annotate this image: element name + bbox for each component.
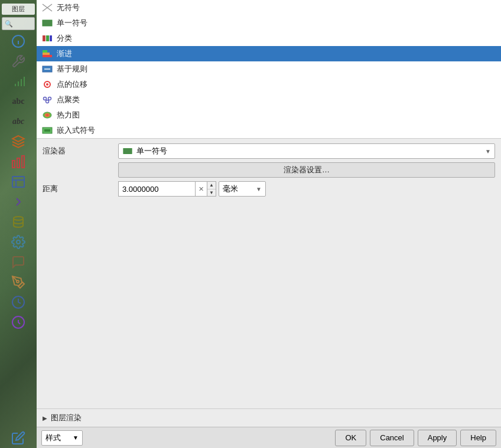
renderer-displacement[interactable]: 点的位移 xyxy=(37,77,501,92)
3d-icon[interactable] xyxy=(9,132,28,151)
renderer-control-group: 单一符号 ▼ xyxy=(118,143,495,159)
svg-rect-16 xyxy=(43,20,52,26)
distance-clear-button[interactable]: ✕ xyxy=(195,181,207,197)
distance-input[interactable] xyxy=(118,181,195,197)
renderer-single-symbol[interactable]: 单一符号 xyxy=(37,15,501,31)
variables-icon[interactable] xyxy=(9,233,28,251)
svg-rect-4 xyxy=(17,158,19,168)
renderer-graduated[interactable]: 渐进 xyxy=(37,46,501,61)
svg-rect-17 xyxy=(43,35,45,41)
svg-rect-33 xyxy=(123,149,132,154)
style-dropdown-arrow: ▼ xyxy=(73,434,79,441)
distance-spinner-down[interactable]: ▼ xyxy=(207,189,216,197)
cancel-button[interactable]: Cancel xyxy=(370,430,414,446)
main-content-area xyxy=(43,200,495,404)
distance-input-group: ✕ ▲ ▼ 毫米 ▼ xyxy=(118,181,495,197)
cluster-icon xyxy=(41,94,53,106)
layer-rendering-expand-arrow[interactable]: ▶ xyxy=(43,415,47,421)
svg-rect-6 xyxy=(12,176,24,187)
renderer-type-list: 无符号 单一符号 分类 xyxy=(37,0,501,139)
label-icon-2[interactable]: abc xyxy=(9,112,28,131)
distance-form-row: 距离 ✕ ▲ ▼ xyxy=(43,181,495,197)
svg-rect-19 xyxy=(50,35,52,41)
distance-spinner: ▲ ▼ xyxy=(207,181,216,197)
legend-icon[interactable] xyxy=(9,273,28,292)
help-button[interactable]: Help xyxy=(460,430,496,446)
renderer-heatmap[interactable]: 热力图 xyxy=(37,107,501,123)
actions-icon[interactable] xyxy=(9,192,28,211)
distance-spinner-up[interactable]: ▲ xyxy=(207,182,216,189)
renderer-cluster-label: 点聚类 xyxy=(57,94,80,105)
svg-point-29 xyxy=(46,100,49,103)
layer-rendering-section: ▶ 图层渲染 xyxy=(37,408,501,427)
renderer-no-symbol[interactable]: 无符号 xyxy=(37,0,501,15)
sidebar-section-label: 图层 xyxy=(2,4,35,15)
qgis-icon[interactable] xyxy=(9,313,28,332)
history-icon[interactable] xyxy=(9,293,28,312)
displacement-icon xyxy=(41,79,53,90)
distance-label: 距离 xyxy=(43,184,113,194)
svg-rect-32 xyxy=(44,129,50,132)
graduated-icon xyxy=(41,48,53,60)
categorized-icon xyxy=(41,32,53,44)
svg-rect-21 xyxy=(43,53,50,55)
distance-control-group: ✕ ▲ ▼ 毫米 ▼ xyxy=(118,181,495,197)
renderer-settings-control: 渲染器设置… xyxy=(118,162,495,178)
svg-point-28 xyxy=(48,97,51,100)
rule-based-icon xyxy=(41,63,53,75)
joins-icon[interactable] xyxy=(9,212,28,231)
svg-point-9 xyxy=(14,217,23,220)
style-icon[interactable] xyxy=(9,72,28,91)
sidebar-search-placeholder: 🔍 xyxy=(5,20,13,28)
svg-point-27 xyxy=(44,97,47,100)
renderer-rule-based[interactable]: 基于规则 xyxy=(37,61,501,77)
svg-rect-3 xyxy=(12,161,15,168)
left-sidebar: 图层 🔍 abc xyxy=(0,0,37,448)
edit-icon-bottom[interactable] xyxy=(9,428,28,448)
renderer-heatmap-label: 热力图 xyxy=(57,110,80,120)
renderer-categorized-label: 分类 xyxy=(57,33,72,44)
unit-dropdown[interactable]: 毫米 ▼ xyxy=(219,181,266,197)
renderer-dropdown-icon xyxy=(122,146,133,156)
metadata-icon[interactable] xyxy=(9,253,28,272)
renderer-dropdown-arrow: ▼ xyxy=(485,148,491,155)
distance-clear-icon: ✕ xyxy=(199,185,204,193)
embedded-icon xyxy=(41,125,53,136)
renderer-form-row: 渲染器 单一符号 ▼ xyxy=(43,143,495,159)
label-icon-1[interactable]: abc xyxy=(9,92,28,111)
renderer-dropdown[interactable]: 单一符号 ▼ xyxy=(118,143,495,159)
diagram-icon[interactable] xyxy=(9,152,28,171)
no-symbol-icon xyxy=(41,2,53,14)
content-panel: 无符号 单一符号 分类 xyxy=(37,0,501,448)
renderer-embedded-label: 嵌入式符号 xyxy=(57,125,95,136)
renderer-graduated-label: 渐进 xyxy=(57,48,72,59)
single-symbol-icon xyxy=(41,17,53,29)
settings-area: 渲染器 单一符号 ▼ 渲染 xyxy=(37,139,501,408)
unit-dropdown-arrow: ▼ xyxy=(256,186,262,192)
layer-rendering-label: 图层渲染 xyxy=(51,413,82,423)
renderer-no-symbol-label: 无符号 xyxy=(57,2,80,13)
bottom-toolbar: 样式 ▼ OK Cancel Apply Help xyxy=(37,427,501,448)
svg-rect-22 xyxy=(43,50,47,53)
renderer-label: 渲染器 xyxy=(43,146,113,156)
info-icon[interactable] xyxy=(9,32,28,51)
renderer-rule-based-label: 基于规则 xyxy=(57,64,87,74)
renderer-single-symbol-label: 单一符号 xyxy=(57,18,87,28)
fields-icon[interactable] xyxy=(9,172,28,191)
renderer-embedded[interactable]: 嵌入式符号 xyxy=(37,123,501,138)
renderer-categorized[interactable]: 分类 xyxy=(37,31,501,46)
style-dropdown[interactable]: 样式 ▼ xyxy=(41,430,83,446)
svg-rect-20 xyxy=(43,55,52,57)
spinner-up-icon: ▲ xyxy=(209,182,214,188)
svg-rect-18 xyxy=(46,35,49,41)
properties-icon[interactable] xyxy=(9,52,28,71)
renderer-settings-button[interactable]: 渲染器设置… xyxy=(118,162,495,178)
unit-value: 毫米 xyxy=(223,184,238,194)
ok-button[interactable]: OK xyxy=(335,430,366,446)
apply-button[interactable]: Apply xyxy=(418,430,457,446)
svg-rect-5 xyxy=(22,156,24,168)
svg-point-10 xyxy=(17,240,20,244)
heatmap-icon xyxy=(41,109,53,121)
renderer-cluster[interactable]: 点聚类 xyxy=(37,92,501,107)
renderer-settings-row: 渲染器设置… xyxy=(43,162,495,178)
